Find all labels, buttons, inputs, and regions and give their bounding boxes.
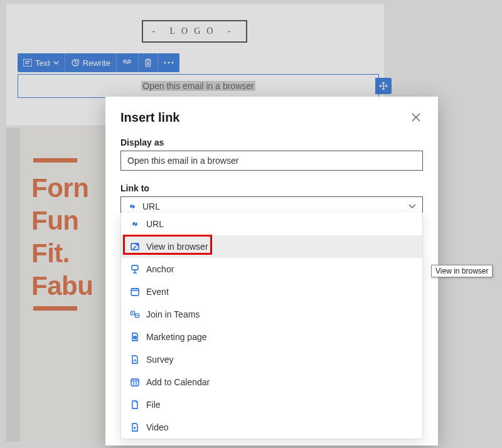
chevron-down-icon	[409, 204, 416, 209]
display-as-label: Display as	[120, 137, 423, 147]
dialog-title: Insert link	[120, 110, 179, 125]
link-to-dropdown: URLView in browserAnchorEventJoin in Tea…	[120, 213, 423, 439]
option-label: Anchor	[146, 264, 174, 274]
link-icon	[130, 219, 140, 229]
close-button[interactable]	[409, 110, 423, 124]
link-to-selected: URL	[142, 201, 160, 211]
svg-point-19	[132, 312, 134, 314]
display-as-input[interactable]	[120, 151, 423, 171]
calendar-grid-icon	[130, 377, 140, 387]
link-to-option-survey[interactable]: Survey	[121, 348, 422, 371]
close-icon	[409, 110, 423, 124]
link-to-option-marketing-page[interactable]: Marketing page	[121, 326, 422, 348]
option-label: Marketing page	[146, 332, 207, 342]
option-label: Add to Calendar	[146, 377, 210, 387]
svg-point-20	[137, 315, 138, 316]
survey-icon	[130, 355, 140, 365]
insert-link-dialog: Insert link Display as Link to URL URLVi…	[105, 97, 438, 445]
option-label: Video	[146, 422, 169, 432]
link-to-option-file[interactable]: File	[121, 393, 422, 416]
svg-rect-10	[132, 265, 138, 270]
file-icon	[130, 400, 140, 410]
video-file-icon	[130, 422, 140, 432]
tooltip: View in browser	[431, 265, 493, 277]
calendar-icon	[130, 287, 140, 297]
teams-icon	[130, 309, 140, 319]
option-label: Event	[146, 287, 169, 297]
svg-rect-24	[131, 379, 139, 386]
option-label: View in browser	[146, 242, 208, 252]
anchor-flag-icon	[130, 264, 140, 274]
link-to-option-view-in-browser[interactable]: View in browser	[121, 235, 422, 258]
option-label: URL	[146, 219, 164, 229]
link-to-option-anchor[interactable]: Anchor	[121, 258, 422, 280]
open-external-icon	[130, 242, 140, 252]
link-to-option-add-to-calendar[interactable]: Add to Calendar	[121, 371, 422, 393]
option-label: Join in Teams	[146, 309, 200, 319]
option-label: Survey	[146, 355, 174, 365]
svg-rect-13	[131, 289, 139, 296]
link-icon	[127, 201, 137, 211]
option-label: File	[146, 400, 161, 410]
globe-page-icon	[130, 332, 140, 342]
link-to-option-event[interactable]: Event	[121, 280, 422, 303]
link-to-label: Link to	[120, 183, 423, 193]
link-to-option-join-in-teams[interactable]: Join in Teams	[121, 303, 422, 326]
link-to-option-video[interactable]: Video	[121, 416, 422, 439]
link-to-option-url[interactable]: URL	[121, 213, 422, 235]
